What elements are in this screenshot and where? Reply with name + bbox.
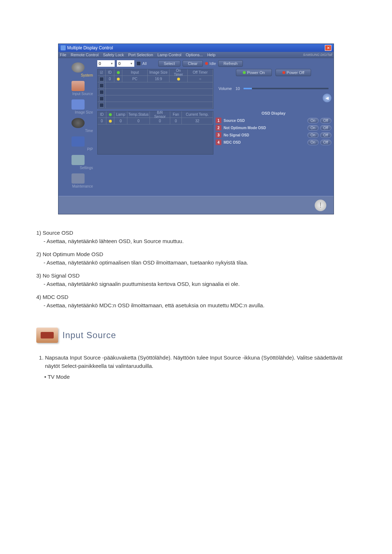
top-controls: 0 0 All Select Clear Idle Refresh xyxy=(97,60,331,67)
doc-item-3-title: 3) No Signal OSD xyxy=(36,272,356,280)
osd-1-off-button[interactable]: Off xyxy=(320,118,331,123)
doc-item-4-title: 4) MDC OSD xyxy=(36,293,356,301)
sidebar-item-time[interactable]: Time xyxy=(61,116,95,134)
doc-bullet-tv: • TV Mode xyxy=(36,373,356,381)
osd-row-1: 1 Source OSD On Off xyxy=(216,118,331,123)
sidebar-input-label: Input Source xyxy=(61,92,94,96)
osd-num-4: 4 xyxy=(216,139,221,145)
status-bar: ! xyxy=(58,196,334,214)
input-source-section-icon xyxy=(36,328,58,343)
osd-row-3: 3 No Signal OSD On Off xyxy=(216,132,331,138)
doc-item-1-desc: - Asettaa, näytetäänkö lähteen OSD, kun … xyxy=(36,237,356,246)
power-off-dot-icon xyxy=(282,71,285,74)
input-source-icon xyxy=(72,81,85,91)
menu-port[interactable]: Port Selection xyxy=(128,53,153,57)
dropdown-1[interactable]: 0 xyxy=(97,60,115,67)
image-size-icon xyxy=(72,99,85,110)
speaker-icon[interactable]: ◀ xyxy=(323,94,331,102)
sidebar-item-imagesize[interactable]: Image Size xyxy=(61,97,95,115)
sidebar-system-label: System xyxy=(61,73,94,77)
pip-icon xyxy=(72,136,85,147)
idle-label: Idle xyxy=(209,61,216,66)
osd-display-panel: OSD Display 1 Source OSD On Off 2 Not Op… xyxy=(216,111,331,155)
dropdown-2[interactable]: 0 xyxy=(117,60,134,67)
osd-row-2: 2 Not Optimum Mode OSD On Off xyxy=(216,125,331,131)
osd-3-on-button[interactable]: On xyxy=(307,132,319,138)
window-title: Multiple Display Control xyxy=(67,45,113,50)
menu-file[interactable]: File xyxy=(60,53,66,57)
titlebar: Multiple Display Control ✕ xyxy=(58,44,334,52)
brand-label: SAMSUNG DIGITall xyxy=(303,53,332,57)
menubar: File Remote Control Safety Lock Port Sel… xyxy=(58,52,334,58)
time-icon xyxy=(72,118,85,128)
display-table-1: ☑ ID Input Image Size On Timer Off Timer… xyxy=(97,69,213,109)
osd-label-3: No Signal OSD xyxy=(224,133,305,137)
doc-ol-1: Napsauta Input Source -pääkuvaketta (Syö… xyxy=(45,354,356,370)
volume-slider[interactable] xyxy=(244,88,328,89)
volume-value: 10 xyxy=(236,86,240,91)
sidebar-time-label: Time xyxy=(61,129,94,133)
doc-item-2-desc: - Asettaa, näytetäänkö optimaalisen tila… xyxy=(36,259,356,267)
volume-control: Volume 10 xyxy=(216,86,331,91)
power-off-button[interactable]: Power Off xyxy=(275,69,311,76)
menu-options[interactable]: Options... xyxy=(186,53,203,57)
sidebar-item-input[interactable]: Input Source xyxy=(61,79,95,97)
osd-3-off-button[interactable]: Off xyxy=(320,132,331,138)
display-table-2: ID Lamp Temp.Status B/R Sensor Fan Curre… xyxy=(97,111,213,155)
app-screenshot: Multiple Display Control ✕ File Remote C… xyxy=(58,44,334,214)
section-title: Input Source xyxy=(62,329,116,342)
sidebar-maintenance-label: Maintenance xyxy=(61,184,94,188)
osd-row-4: 4 MDC OSD On Off xyxy=(216,139,331,145)
idle-dot-icon xyxy=(205,62,208,65)
clear-button[interactable]: Clear xyxy=(183,60,203,67)
menu-remote[interactable]: Remote Control xyxy=(71,53,99,57)
doc-item-2-title: 2) Not Optimum Mode OSD xyxy=(36,250,356,259)
sidebar-item-pip[interactable]: PIP xyxy=(61,134,95,152)
menu-help[interactable]: Help xyxy=(207,53,216,57)
osd-num-3: 3 xyxy=(216,132,221,138)
doc-item-3-desc: - Asettaa, näytetäänkö signaalin puuttum… xyxy=(36,280,356,288)
all-label: All xyxy=(142,61,147,66)
sidebar-item-system[interactable]: System xyxy=(61,60,95,78)
menu-safety[interactable]: Safety Lock xyxy=(103,53,124,57)
sidebar-item-maintenance[interactable]: Maintenance xyxy=(61,171,95,189)
idle-indicator: Idle xyxy=(205,61,216,66)
system-icon xyxy=(72,62,85,73)
app-icon xyxy=(61,45,66,50)
volume-label: Volume xyxy=(219,86,232,91)
osd-4-off-button[interactable]: Off xyxy=(320,140,331,145)
alert-icon: ! xyxy=(315,200,326,211)
osd-label-2: Not Optimum Mode OSD xyxy=(224,126,305,130)
settings-icon xyxy=(72,155,85,165)
osd-1-on-button[interactable]: On xyxy=(307,118,319,123)
osd-num-2: 2 xyxy=(216,125,221,131)
osd-label-4: MDC OSD xyxy=(224,140,305,144)
doc-item-1-title: 1) Source OSD xyxy=(36,229,356,237)
maintenance-icon xyxy=(72,173,85,184)
sidebar-settings-label: Settings xyxy=(61,166,94,170)
sidebar-pip-label: PIP xyxy=(61,147,94,151)
select-button[interactable]: Select xyxy=(158,60,180,67)
close-icon[interactable]: ✕ xyxy=(325,45,331,51)
osd-title: OSD Display xyxy=(216,111,331,115)
osd-num-1: 1 xyxy=(216,118,221,123)
sidebar: System Input Source Image Size Time PIP xyxy=(61,60,95,194)
osd-2-off-button[interactable]: Off xyxy=(320,125,331,131)
document-text: 1) Source OSD - Asettaa, näytetäänkö läh… xyxy=(22,229,370,381)
sidebar-imagesize-label: Image Size xyxy=(61,110,94,114)
power-on-dot-icon xyxy=(243,71,246,74)
section-header: Input Source xyxy=(36,328,356,343)
doc-item-4-desc: - Asettaa, näytetäänkö MDC:n OSD ilmoitt… xyxy=(36,301,356,310)
sidebar-item-settings[interactable]: Settings xyxy=(61,153,95,171)
menu-lamp[interactable]: Lamp Control xyxy=(158,53,181,57)
checkbox-all[interactable]: All xyxy=(136,61,147,66)
power-on-button[interactable]: Power On xyxy=(236,69,272,76)
refresh-button[interactable]: Refresh xyxy=(218,60,243,67)
osd-2-on-button[interactable]: On xyxy=(307,125,319,131)
osd-label-1: Source OSD xyxy=(224,119,305,123)
osd-4-on-button[interactable]: On xyxy=(307,140,319,145)
